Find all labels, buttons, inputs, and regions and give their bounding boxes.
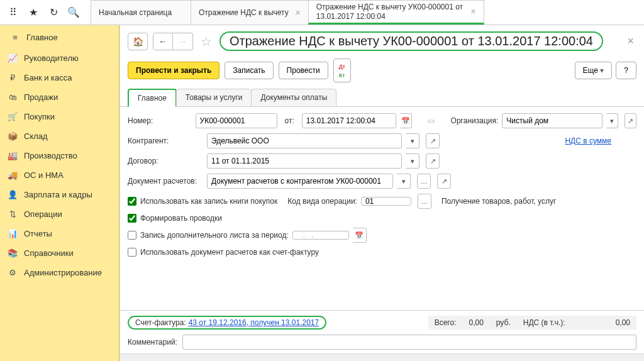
gear-icon: ⚙ (8, 268, 18, 277)
menu-icon: ≡ (10, 33, 20, 42)
number-field[interactable] (196, 113, 277, 128)
forward-button[interactable]: → (173, 33, 193, 50)
sidebar-item-reports[interactable]: 📊Отчеты (0, 224, 119, 243)
op-code-desc: Получение товаров, работ, услуг (441, 197, 556, 206)
calendar-icon[interactable]: 📅 (353, 228, 367, 243)
sidebar-item-admin[interactable]: ⚙Администрирование (0, 263, 119, 282)
open-icon[interactable]: ↗ (426, 153, 440, 169)
invoice-label: Счет-фактура: (135, 318, 186, 327)
chk-purchase-book[interactable] (128, 197, 136, 206)
chk-use-as-invoice[interactable] (128, 248, 136, 257)
apps-icon[interactable]: ⠿ (4, 3, 23, 22)
tab-vat-list[interactable]: Отражение НДС к вычету ✕ (191, 0, 309, 25)
dropdown-icon[interactable]: ▾ (406, 153, 419, 169)
sidebar-item-catalogs[interactable]: 📚Справочники (0, 243, 119, 263)
search-icon[interactable]: 🔍 (64, 3, 83, 22)
tab-home[interactable]: Начальная страница (91, 0, 191, 25)
invoice-link[interactable]: 43 от 19.12.2016, получен 13.01.2017 (189, 318, 319, 327)
chk-postings[interactable] (128, 214, 136, 223)
sidebar-item-label: Продажи (24, 92, 58, 102)
total-value: 0,00 (469, 318, 483, 327)
sidebar-item-label: Отчеты (24, 229, 52, 238)
comment-field[interactable] (182, 335, 636, 350)
window-tabs: Начальная страница Отражение НДС к вычет… (91, 0, 484, 25)
close-icon[interactable]: ✕ (295, 9, 301, 17)
history-icon[interactable]: ↻ (44, 3, 63, 22)
totals-bar: Всего: 0,00 руб. НДС (в т.ч.): 0,00 (428, 316, 636, 330)
content-area: 🏠 ← → ☆ Отражение НДС к вычету УК00-0000… (119, 25, 644, 361)
org-label: Организация: (451, 116, 499, 125)
nav-back-forward: ← → (153, 33, 193, 50)
back-button[interactable]: ← (153, 33, 173, 50)
tab-vat-doc[interactable]: Отражение НДС к вычету УК00-000001 от 13… (308, 0, 484, 25)
close-icon[interactable]: × (625, 32, 636, 50)
sidebar-item-warehouse[interactable]: 📦Склад (0, 126, 119, 146)
footer: Счет-фактура: 43 от 19.12.2016, получен … (120, 310, 644, 353)
open-icon[interactable]: ↗ (437, 174, 451, 189)
comment-label: Комментарий: (128, 338, 177, 347)
sidebar-item-hr[interactable]: 👤Зарплата и кадры (0, 185, 119, 204)
tab-label: Начальная страница (99, 8, 172, 17)
sub-tabs: Главное Товары и услуги Документы оплаты (120, 89, 644, 107)
sidebar-item-label: ОС и НМА (24, 170, 64, 180)
chk-extra-sheet-label: Запись дополнительного листа за период: (140, 231, 289, 240)
op-code-label: Код вида операции: (287, 197, 357, 206)
contract-field[interactable] (207, 153, 402, 169)
updown-icon: ⇅ (8, 209, 18, 219)
vat-inc-value: 0,00 (616, 318, 630, 327)
home-button[interactable]: 🏠 (128, 33, 148, 50)
favorite-icon[interactable]: ☆ (198, 34, 214, 49)
sidebar-item-main[interactable]: ≡Главное (0, 26, 119, 48)
sidebar-item-label: Главное (26, 33, 58, 42)
scrollbar-horizontal[interactable] (120, 353, 644, 361)
sidebar-item-production[interactable]: 🏭Производство (0, 146, 119, 165)
top-bar: ⠿ ★ ↻ 🔍 Начальная страница Отражение НДС… (0, 0, 644, 25)
calendar-icon[interactable]: 📅 (400, 113, 412, 128)
help-button[interactable]: ? (616, 62, 636, 79)
more-button[interactable]: Еще (575, 62, 613, 79)
sidebar-item-bank[interactable]: ₽Банк и касса (0, 68, 119, 87)
star-icon[interactable]: ★ (24, 3, 43, 22)
dropdown-icon[interactable]: ▾ (606, 113, 618, 128)
select-icon[interactable]: … (417, 174, 431, 189)
sidebar-item-operations[interactable]: ⇅Операции (0, 204, 119, 224)
op-code-field[interactable] (361, 197, 411, 206)
dropdown-icon[interactable]: ▾ (397, 174, 411, 189)
vat-mode-link[interactable]: НДС в сумме (565, 136, 611, 145)
post-and-close-button[interactable]: Провести и закрыть (128, 62, 219, 79)
date-field[interactable] (302, 113, 396, 128)
chart-icon: 📈 (8, 53, 18, 63)
subtab-main[interactable]: Главное (128, 89, 177, 107)
sidebar-item-assets[interactable]: 🚚ОС и НМА (0, 165, 119, 185)
select-icon[interactable]: … (418, 194, 431, 209)
close-icon[interactable]: ✕ (470, 8, 476, 16)
dtkt-button[interactable]: ДтКт (333, 58, 351, 82)
open-icon[interactable]: ↗ (625, 113, 636, 128)
sidebar-item-sales[interactable]: 🛍Продажи (0, 87, 119, 107)
extra-sheet-date-field[interactable] (292, 231, 349, 240)
chk-use-as-invoice-label: Использовать документ расчетов как счет-… (140, 248, 319, 257)
subtab-goods[interactable]: Товары и услуги (176, 89, 252, 107)
save-button[interactable]: Записать (225, 62, 273, 79)
page-header: 🏠 ← → ☆ Отражение НДС к вычету УК00-0000… (120, 25, 644, 56)
dropdown-icon[interactable]: ▾ (406, 133, 419, 148)
post-button[interactable]: Провести (279, 62, 328, 79)
sidebar-item-label: Банк и касса (24, 73, 72, 82)
truck-icon: 🚚 (8, 170, 18, 180)
top-icon-group: ⠿ ★ ↻ 🔍 (0, 0, 87, 25)
person-icon: 👤 (8, 190, 18, 199)
org-field[interactable] (502, 113, 602, 128)
open-icon[interactable]: ↗ (426, 133, 440, 148)
bag-icon: 🛍 (8, 92, 18, 102)
posted-icon: ▭ (428, 116, 435, 125)
chk-extra-sheet[interactable] (128, 231, 136, 240)
sidebar-item-manager[interactable]: 📈Руководителю (0, 48, 119, 68)
settle-doc-label: Документ расчетов: (128, 177, 203, 186)
contragent-field[interactable] (207, 133, 402, 148)
subtab-paydocs[interactable]: Документы оплаты (251, 89, 336, 107)
sidebar-item-purchases[interactable]: 🛒Покупки (0, 107, 119, 126)
box-icon: 📦 (8, 131, 18, 141)
form-main: Номер: от: 📅 ▭ Организация: ▾ ↗ Контраге… (120, 107, 644, 310)
settle-doc-field[interactable] (207, 174, 393, 189)
sidebar-item-label: Зарплата и кадры (24, 190, 92, 199)
